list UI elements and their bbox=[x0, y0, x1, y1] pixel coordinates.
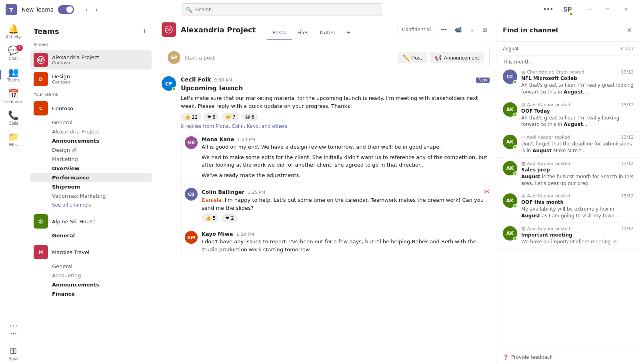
tab-posts[interactable]: Posts bbox=[267, 26, 292, 40]
sidebar-nav: 🔔 Activity 1 💬 Chat 👥 Teams 📅 Calendar 📞… bbox=[0, 19, 27, 364]
channel-marketing[interactable]: Marketing bbox=[30, 155, 152, 164]
channel-vapormax[interactable]: Vapormax Marketing bbox=[30, 191, 152, 201]
channel-announcements[interactable]: Announcements bbox=[30, 136, 152, 145]
channel-general-contoso[interactable]: General bbox=[30, 118, 152, 127]
expand-button[interactable]: ⌄ bbox=[467, 25, 477, 34]
team-name-margies: Margies Travel bbox=[52, 249, 148, 255]
layout-button[interactable]: ⊞ bbox=[480, 25, 490, 34]
more-button[interactable]: ••• bbox=[540, 4, 557, 15]
reaction-thumbs[interactable]: 👍 12 bbox=[181, 113, 201, 121]
find-result-title-4: Sales prep bbox=[521, 167, 634, 173]
find-close-button[interactable]: ✕ bbox=[625, 25, 634, 36]
find-clear-button[interactable]: Clear bbox=[621, 46, 634, 52]
tab-files[interactable]: Files bbox=[292, 26, 314, 40]
reaction-colin-thumbs[interactable]: 👍 5 bbox=[202, 214, 219, 222]
activity-icon: 🔔 bbox=[8, 24, 19, 34]
confidential-badge: Confidential bbox=[398, 25, 435, 34]
reaction-heart[interactable]: ❤️ 8 bbox=[204, 113, 219, 121]
find-result-6[interactable]: AK ▦ Aadi Kapoor posted 13/12 Important … bbox=[496, 223, 640, 249]
channel-announcements-margies[interactable]: Announcements bbox=[30, 280, 152, 289]
sidebar-item-more[interactable]: ··· ••• bbox=[0, 318, 27, 339]
find-result-header-4: ▦ Aadi Kapoor posted 13/12 bbox=[521, 161, 634, 166]
search-input[interactable] bbox=[182, 3, 382, 16]
find-result-5[interactable]: AK ▦ Aadi Kapoor posted 13/12 OOF this m… bbox=[496, 190, 640, 223]
minimize-button[interactable]: — bbox=[580, 3, 598, 16]
nav-forward-button[interactable]: › bbox=[92, 4, 101, 15]
tab-add[interactable]: + bbox=[340, 26, 356, 40]
channel-performance[interactable]: Performance bbox=[30, 173, 152, 182]
channel-shiproom[interactable]: Shiproom bbox=[30, 182, 152, 191]
channel-design[interactable]: Design 🔗 bbox=[30, 145, 152, 155]
channel-more-button[interactable]: ••• bbox=[438, 25, 449, 34]
channel-alexandria[interactable]: Alexandria Project bbox=[30, 127, 152, 136]
find-result-text-2: Ah that's great to hear. I'm really look… bbox=[521, 115, 634, 128]
sidebar-item-calendar[interactable]: 📅 Calendar bbox=[0, 86, 27, 107]
reply-body-kayo: Kayo Miwa 1:29 PM I don't have any issue… bbox=[202, 231, 490, 253]
teams-panel-header: Teams + bbox=[27, 19, 155, 40]
announcement-icon: 📢 bbox=[435, 54, 442, 61]
find-result-text-6: We have an important client meeting in bbox=[521, 239, 634, 245]
add-team-button[interactable]: + bbox=[141, 26, 148, 37]
post-button[interactable]: ✏️ Post bbox=[398, 52, 427, 63]
video-call-button[interactable]: 📹 bbox=[452, 25, 464, 34]
announcement-button[interactable]: 📢 Announcement bbox=[430, 52, 484, 63]
find-result-3[interactable]: AK ↩ Aadi Kapoor replied 13/12 Don't for… bbox=[496, 131, 640, 158]
sidebar-item-chat[interactable]: 1 💬 Chat bbox=[0, 42, 27, 64]
channel-finance[interactable]: Finance bbox=[30, 289, 152, 298]
online-indicator-6 bbox=[513, 237, 517, 241]
find-result-body-2: ▦ Aadi Kapoor posted 13/12 OOF Today Ah … bbox=[521, 102, 634, 128]
channel-header-icon: AP bbox=[162, 22, 176, 37]
find-input[interactable] bbox=[503, 46, 618, 52]
feedback-icon: ❓ bbox=[503, 354, 509, 360]
start-post-bar[interactable]: SP Start a post ✏️ Post 📢 Announcement bbox=[162, 47, 490, 68]
see-all-channels-link[interactable]: See all channels bbox=[30, 201, 152, 209]
find-result-title-1: NFL Microsoft Collab bbox=[521, 76, 634, 81]
pinned-team-alexandria[interactable]: AP Alexandria Project Contoso bbox=[30, 50, 152, 70]
channel-overview[interactable]: Overview bbox=[30, 164, 152, 173]
new-teams-toggle[interactable] bbox=[58, 5, 74, 14]
find-result-action-4: posted bbox=[555, 161, 570, 166]
team-alpine[interactable]: ❄ Alpine Ski House bbox=[30, 212, 152, 231]
close-button[interactable]: ✕ bbox=[617, 3, 635, 16]
user-avatar[interactable]: SP bbox=[560, 3, 573, 16]
team-contoso[interactable]: C Contoso bbox=[30, 99, 152, 118]
reaction-handshake[interactable]: 🤝 7 bbox=[222, 113, 239, 121]
find-result-header-5: ▦ Aadi Kapoor posted 13/12 bbox=[521, 193, 634, 199]
sidebar-item-files[interactable]: 📁 Files bbox=[0, 129, 27, 150]
app-body: 🔔 Activity 1 💬 Chat 👥 Teams 📅 Calendar 📞… bbox=[0, 19, 640, 364]
find-result-author-4: Aadi Kapoor bbox=[527, 161, 554, 166]
app-brand: New Teams bbox=[22, 6, 53, 13]
maximize-button[interactable]: □ bbox=[598, 3, 617, 16]
teams-panel: Teams + Pinned AP Alexandria Project Con… bbox=[27, 19, 155, 364]
reaction-laugh[interactable]: 😆 6 bbox=[242, 113, 258, 121]
window-controls: — □ ✕ bbox=[580, 3, 635, 16]
sidebar-label-activity: Activity bbox=[6, 35, 21, 39]
find-result-4[interactable]: AK ▦ Aadi Kapoor posted 13/12 Sales prep… bbox=[496, 158, 640, 191]
sidebar-item-apps[interactable]: ⊞ Apps bbox=[0, 342, 27, 364]
find-feedback[interactable]: ❓ Provide feedback bbox=[496, 350, 640, 364]
sidebar-label-teams: Teams bbox=[7, 78, 20, 82]
sidebar-label-apps: Apps bbox=[8, 356, 18, 361]
channel-general-alpine[interactable]: General bbox=[30, 231, 152, 240]
nav-back-button[interactable]: ‹ bbox=[82, 4, 90, 15]
find-result-avatar-4: AK bbox=[503, 161, 517, 175]
pinned-team-name-alexandria: Alexandria Project bbox=[52, 54, 148, 60]
channel-general-margies[interactable]: General bbox=[30, 262, 152, 271]
team-margies[interactable]: M Margies Travel bbox=[30, 243, 152, 262]
find-result-author-3: Aadi Kapoor bbox=[526, 135, 553, 140]
sidebar-item-activity[interactable]: 🔔 Activity bbox=[0, 21, 27, 42]
find-result-text-3: Don't forget that the deadline for submi… bbox=[521, 141, 634, 154]
find-result-2[interactable]: AK ▦ Aadi Kapoor posted 13/12 OOF Today … bbox=[496, 99, 640, 132]
reply-avatar-kayo: KM bbox=[185, 231, 198, 244]
sidebar-item-teams[interactable]: 👥 Teams bbox=[0, 64, 27, 86]
find-result-header-2: ▦ Aadi Kapoor posted 13/12 bbox=[521, 102, 634, 107]
reaction-colin-heart[interactable]: ❤️ 2 bbox=[222, 214, 238, 222]
pinned-team-design[interactable]: D Design Contoso bbox=[30, 70, 152, 89]
highlight-3: August bbox=[532, 148, 552, 153]
sidebar-item-calls[interactable]: 📞 Calls bbox=[0, 107, 27, 129]
tab-notes[interactable]: Notes bbox=[314, 26, 341, 40]
channel-accounting[interactable]: Accounting bbox=[30, 271, 152, 280]
replies-link-1[interactable]: 8 replies from Mona, Colin, Kayo, and ot… bbox=[181, 123, 288, 129]
find-result-text-4: August is the busiest month for Search i… bbox=[521, 173, 634, 187]
find-result-1[interactable]: CC ▦ Charlotte de Crum posted 13/12 NFL … bbox=[496, 66, 640, 99]
